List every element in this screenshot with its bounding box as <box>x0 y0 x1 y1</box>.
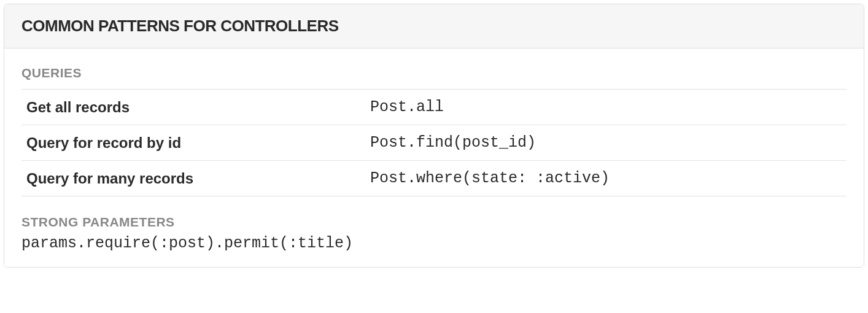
table-row: Get all records Post.all <box>21 90 847 125</box>
panel-body: QUERIES Get all records Post.all Query f… <box>4 48 864 267</box>
reference-panel: COMMON PATTERNS FOR CONTROLLERS QUERIES … <box>4 4 864 268</box>
row-code: Post.all <box>370 98 444 116</box>
row-code: Post.find(post_id) <box>370 134 536 152</box>
row-label: Query for many records <box>26 170 370 187</box>
panel-header: COMMON PATTERNS FOR CONTROLLERS <box>4 4 864 48</box>
panel-title: COMMON PATTERNS FOR CONTROLLERS <box>21 17 847 36</box>
row-label: Query for record by id <box>26 134 370 152</box>
section-heading-strong-parameters: STRONG PARAMETERS <box>21 215 847 232</box>
table-row: Query for many records Post.where(state:… <box>21 161 847 196</box>
table-row: Query for record by id Post.find(post_id… <box>21 125 847 161</box>
row-code: Post.where(state: :active) <box>370 169 610 187</box>
code-line: params.require(:post).permit(:title) <box>21 232 847 252</box>
section-heading-queries: QUERIES <box>21 66 847 90</box>
row-label: Get all records <box>26 99 370 116</box>
section-gap <box>21 196 847 215</box>
